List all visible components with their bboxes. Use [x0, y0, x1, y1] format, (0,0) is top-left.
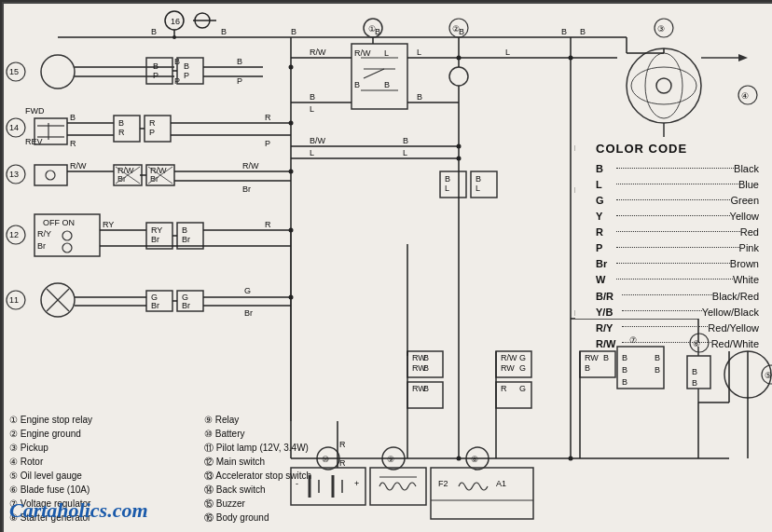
- svg-text:16: 16: [171, 17, 180, 26]
- svg-text:Br: Br: [182, 301, 190, 310]
- svg-text:Br: Br: [182, 235, 190, 244]
- svg-text:R/W: R/W: [310, 48, 326, 57]
- svg-text:R: R: [70, 139, 76, 148]
- svg-text:B: B: [603, 353, 609, 362]
- legend-item-4: ④ Rotor: [9, 455, 187, 469]
- svg-text:11: 11: [9, 295, 19, 305]
- svg-text:R: R: [149, 118, 156, 128]
- svg-text:RW: RW: [501, 363, 515, 373]
- svg-point-117: [289, 121, 294, 126]
- svg-text:Br: Br: [151, 235, 159, 244]
- svg-text:B: B: [151, 27, 157, 36]
- svg-text:B: B: [655, 353, 660, 362]
- svg-text:14: 14: [9, 123, 19, 132]
- svg-text:L: L: [476, 184, 480, 193]
- color-row-yb: Y/B Yellow/Black: [596, 305, 759, 321]
- legend-item-10: ⑩ Battery: [204, 427, 382, 441]
- svg-text:B: B: [153, 61, 159, 71]
- legend-item-12: ⑫ Main switch: [204, 455, 382, 469]
- svg-text:RW: RW: [585, 353, 599, 362]
- color-row-w: W White: [596, 272, 759, 288]
- brand-logo: Cartaholics.com: [9, 498, 148, 523]
- svg-text:R: R: [118, 128, 125, 137]
- svg-text:P: P: [184, 71, 189, 80]
- svg-text:R/W: R/W: [354, 48, 371, 58]
- svg-text:B: B: [310, 92, 315, 102]
- svg-point-253: [569, 457, 573, 461]
- svg-text:B: B: [184, 61, 189, 71]
- svg-text:F2: F2: [438, 479, 448, 488]
- svg-text:OFF  ON: OFF ON: [43, 218, 75, 227]
- svg-text:B: B: [403, 136, 408, 145]
- svg-text:Br: Br: [151, 301, 159, 310]
- legend-item-2: ② Engine ground: [9, 427, 187, 441]
- svg-point-116: [289, 65, 294, 70]
- svg-text:B: B: [423, 384, 429, 393]
- svg-text:①: ①: [368, 24, 376, 34]
- svg-text:④: ④: [741, 91, 749, 101]
- svg-text:B: B: [221, 27, 227, 36]
- legend-item-11: ⑪ Pilot lamp (12V, 3.4W): [204, 441, 382, 455]
- svg-text:G: G: [244, 286, 251, 295]
- svg-text:B: B: [118, 118, 124, 128]
- svg-text:G: G: [519, 353, 526, 362]
- svg-text:G: G: [519, 384, 526, 393]
- svg-text:P: P: [265, 139, 270, 148]
- svg-text:P: P: [237, 76, 242, 86]
- svg-text:L: L: [505, 48, 510, 57]
- svg-text:R/W: R/W: [501, 353, 517, 362]
- color-row-l: L Blue: [596, 177, 759, 193]
- svg-text:B: B: [622, 365, 627, 375]
- svg-text:RY: RY: [103, 220, 114, 229]
- svg-text:R: R: [265, 220, 271, 229]
- legend-item-6: ⑥ Blade fuse (10A): [9, 483, 187, 497]
- main-container: B B B B B B 16 15 B P B P B P: [0, 0, 772, 532]
- svg-text:Br: Br: [37, 241, 46, 251]
- color-row-br: Br Brown: [596, 256, 759, 272]
- svg-text:⑤: ⑤: [765, 371, 772, 380]
- svg-text:R/W: R/W: [70, 161, 87, 171]
- svg-text:B: B: [561, 27, 567, 36]
- color-row-r: R Red: [596, 225, 759, 240]
- svg-text:B: B: [423, 353, 429, 362]
- color-row-rw: R/W Red/White: [596, 336, 759, 352]
- svg-text:B: B: [237, 57, 242, 66]
- svg-text:B: B: [692, 378, 697, 388]
- svg-text:L: L: [310, 104, 314, 114]
- legend-col-right: ⑨ Relay ⑩ Battery ⑪ Pilot lamp (12V, 3.4…: [204, 413, 382, 525]
- svg-text:B: B: [476, 174, 481, 184]
- legend-item-1: ① Engine stop relay: [9, 413, 187, 427]
- svg-text:12: 12: [9, 230, 19, 239]
- svg-text:L: L: [384, 48, 389, 58]
- color-code-title: COLOR CODE: [596, 140, 759, 158]
- legend-item-3: ③ Pickup: [9, 441, 187, 455]
- svg-text:B/W: B/W: [310, 136, 326, 145]
- svg-text:B: B: [580, 27, 586, 36]
- svg-text:Br: Br: [244, 308, 253, 318]
- svg-point-14: [172, 35, 176, 39]
- svg-text:RY: RY: [151, 225, 162, 235]
- svg-text:B: B: [354, 80, 360, 89]
- svg-text:L: L: [445, 184, 449, 193]
- svg-text:15: 15: [9, 67, 19, 76]
- color-row-y: Y Yellow: [596, 209, 759, 225]
- legend-item-14: ⑭ Back switch: [204, 483, 382, 497]
- svg-text:B: B: [423, 363, 429, 373]
- svg-text:L: L: [417, 48, 421, 57]
- color-code-panel: COLOR CODE B Black L Blue G Green Y Yell…: [596, 140, 759, 352]
- legend-item-5: ⑤ Oil level gauge: [9, 469, 187, 483]
- svg-text:B: B: [417, 92, 422, 102]
- svg-text:P: P: [153, 71, 159, 80]
- color-row-p: P Pink: [596, 240, 759, 256]
- svg-text:B: B: [655, 365, 660, 375]
- svg-point-252: [457, 457, 462, 461]
- svg-text:R/Y: R/Y: [37, 229, 51, 239]
- svg-text:B: B: [692, 367, 697, 376]
- svg-text:R: R: [265, 113, 271, 122]
- svg-text:B: B: [291, 27, 296, 36]
- legend-item-9: ⑨ Relay: [204, 413, 382, 427]
- svg-text:⑧: ⑧: [471, 455, 478, 464]
- svg-text:R: R: [501, 384, 507, 393]
- svg-point-161: [457, 157, 462, 161]
- svg-text:B: B: [445, 174, 450, 184]
